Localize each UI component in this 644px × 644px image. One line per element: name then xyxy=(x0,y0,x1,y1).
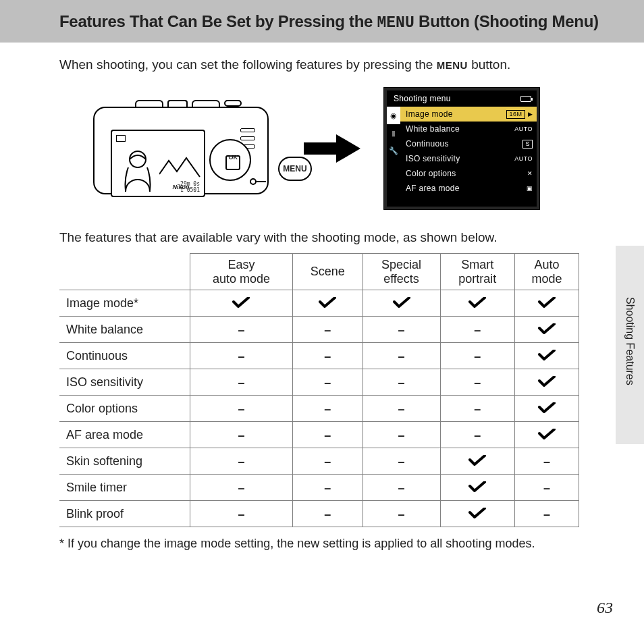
dash-mark: – xyxy=(363,343,440,369)
intro-post: button. xyxy=(468,57,510,72)
dash-mark: – xyxy=(363,369,440,396)
shooting-menu-row-value: S xyxy=(522,140,533,149)
dash-mark: – xyxy=(293,343,363,369)
table-column-header: Specialeffects xyxy=(363,254,440,290)
table-row: Blink proof–––– xyxy=(59,501,579,527)
shooting-menu-tabs: ◉ ▮ 🔧 xyxy=(387,107,400,207)
dash-mark: – xyxy=(515,448,579,475)
dash-mark: – xyxy=(293,501,363,527)
dash-mark: – xyxy=(363,422,440,448)
shooting-menu-row-label: AF area mode xyxy=(406,184,460,193)
dash-mark: – xyxy=(190,422,292,448)
arrow-icon xyxy=(304,134,360,163)
side-section-label: Shooting Features xyxy=(624,297,636,385)
dash-mark: – xyxy=(293,475,363,501)
camera-brand: Nikon xyxy=(172,184,189,190)
dash-mark: – xyxy=(440,396,515,422)
check-icon xyxy=(515,422,579,448)
shooting-menu-row-label: ISO sensitivity xyxy=(406,154,460,163)
table-row-label: Image mode* xyxy=(59,290,190,317)
shooting-menu-row-label: Image mode xyxy=(406,109,453,119)
camera-lcd: 29m 0s1 0501 xyxy=(111,130,205,197)
page-title-band: Features That Can Be Set by Pressing the… xyxy=(0,0,644,43)
dash-mark: – xyxy=(363,317,440,343)
second-paragraph: The features that are available vary wit… xyxy=(59,230,608,245)
page-number: 63 xyxy=(597,599,613,617)
dash-mark: – xyxy=(293,422,363,448)
footnote: * If you change the image mode setting, … xyxy=(69,537,608,551)
table-row: Skin softening–––– xyxy=(59,448,579,475)
dash-mark: – xyxy=(190,317,292,343)
shooting-menu-row-label: Color options xyxy=(406,169,456,178)
table-row: ISO sensitivity–––– xyxy=(59,369,579,396)
table-column-header: Automode xyxy=(515,254,579,290)
table-row: White balance–––– xyxy=(59,317,579,343)
table-row-label: AF area mode xyxy=(59,422,190,448)
dash-mark: – xyxy=(190,343,292,369)
check-icon xyxy=(363,290,440,317)
dash-mark: – xyxy=(293,448,363,475)
check-icon xyxy=(440,501,515,527)
illustration-row: 29m 0s1 0501 OK Nikon MENU Shooting m xyxy=(85,87,608,210)
dash-mark: – xyxy=(190,475,292,501)
table-row-label: Skin softening xyxy=(59,448,190,475)
shooting-menu-row-label: Continuous xyxy=(406,139,449,149)
shooting-menu-panel: Shooting menu ◉ ▮ 🔧 Image mode16M▶White … xyxy=(383,87,540,210)
shooting-menu-row-value: AUTO xyxy=(514,155,533,162)
title-post: Button (Shooting Menu) xyxy=(414,12,599,30)
table-row: Color options–––– xyxy=(59,396,579,422)
check-icon xyxy=(515,343,579,369)
shooting-menu-row: ISO sensitivityAUTO xyxy=(400,151,537,166)
dash-mark: – xyxy=(515,475,579,501)
camera-illustration: 29m 0s1 0501 OK Nikon MENU xyxy=(85,95,281,203)
table-row: Image mode* xyxy=(59,290,579,317)
table-row-label: Continuous xyxy=(59,343,190,369)
dash-mark: – xyxy=(440,369,515,396)
table-row-label: Blink proof xyxy=(59,501,190,527)
table-row: Continuous–––– xyxy=(59,343,579,369)
table-column-header: Scene xyxy=(293,254,363,290)
dash-mark: – xyxy=(363,475,440,501)
table-column-header: Smartportrait xyxy=(440,254,515,290)
shooting-menu-row: White balanceAUTO xyxy=(400,122,537,136)
shooting-menu-row-value: 16M▶ xyxy=(506,110,533,119)
check-icon xyxy=(293,290,363,317)
dash-mark: – xyxy=(363,501,440,527)
dash-mark: – xyxy=(190,501,292,527)
table-row-label: White balance xyxy=(59,317,190,343)
check-icon xyxy=(515,290,579,317)
dash-mark: – xyxy=(440,317,515,343)
dash-mark: – xyxy=(293,396,363,422)
shooting-menu-header: Shooting menu xyxy=(394,94,451,103)
title-menu-word: MENU xyxy=(377,14,414,32)
dash-mark: – xyxy=(190,448,292,475)
intro-menu-word: MENU xyxy=(437,59,468,71)
table-row-label: Color options xyxy=(59,396,190,422)
lcd-portrait-icon xyxy=(120,149,155,192)
camera-tab-icon: ◉ xyxy=(387,107,400,124)
dash-mark: – xyxy=(363,448,440,475)
dash-mark: – xyxy=(515,501,579,527)
dash-mark: – xyxy=(440,422,515,448)
shooting-menu-row-value: ✕ xyxy=(527,170,533,177)
intro-paragraph: When shooting, you can set the following… xyxy=(59,57,608,72)
dash-mark: – xyxy=(363,396,440,422)
movie-tab-icon: ▮ xyxy=(387,124,400,142)
intro-pre: When shooting, you can set the following… xyxy=(59,57,437,72)
check-icon xyxy=(515,369,579,396)
check-icon xyxy=(190,290,292,317)
dash-mark: – xyxy=(440,343,515,369)
dash-mark: – xyxy=(190,369,292,396)
shooting-menu-row: ContinuousS xyxy=(400,136,537,151)
check-icon xyxy=(440,475,515,501)
dash-mark: – xyxy=(293,369,363,396)
title-pre: Features That Can Be Set by Pressing the xyxy=(59,12,377,30)
lcd-landscape-icon xyxy=(159,154,201,181)
feature-table: Easyauto modeSceneSpecialeffectsSmartpor… xyxy=(59,253,579,527)
shooting-menu-row: Color options✕ xyxy=(400,166,537,181)
shooting-menu-row-label: White balance xyxy=(406,124,460,134)
svg-marker-1 xyxy=(304,134,360,163)
svg-point-0 xyxy=(130,151,146,167)
check-icon xyxy=(440,448,515,475)
menu-button-callout: MENU xyxy=(278,157,312,181)
